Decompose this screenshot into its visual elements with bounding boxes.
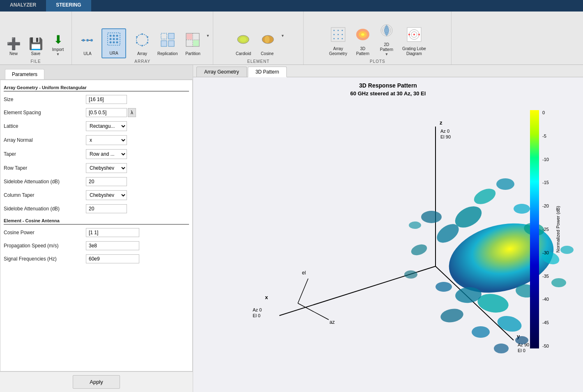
svg-point-42 <box>337 38 339 39</box>
ribbon-plots-group: Array Geometry 3D Pattern <box>304 12 452 65</box>
size-label: Size <box>4 97 86 102</box>
sidelobe-col-input[interactable] <box>86 204 127 213</box>
apply-button[interactable]: Apply <box>73 375 120 389</box>
array-button[interactable]: Array <box>131 30 153 58</box>
new-button[interactable]: ➕ New <box>3 35 24 58</box>
parameters-tab[interactable]: Parameters <box>5 69 44 79</box>
signal-freq-label: Signal Frequencies (Hz) <box>4 256 86 262</box>
import-button[interactable]: ⬇ Import ▼ <box>48 31 68 58</box>
el90-label: El 90 <box>440 134 451 139</box>
colorbar-label-15: -15 <box>542 180 549 185</box>
cosine-power-input[interactable] <box>86 228 139 237</box>
pattern-3d-button[interactable]: 3D Pattern <box>352 24 374 58</box>
cosine-power-label: Cosine Power <box>4 230 86 235</box>
array-group-label: ARRAY <box>134 58 150 64</box>
2d-dropdown[interactable]: ▼ <box>385 52 388 56</box>
svg-rect-22 <box>168 33 174 39</box>
save-icon: 💾 <box>29 37 43 51</box>
cosine-button[interactable]: Cosine <box>256 29 278 58</box>
column-taper-select[interactable]: Chebyshev <box>86 190 127 200</box>
size-input[interactable] <box>86 95 127 104</box>
save-button[interactable]: 💾 Save <box>25 35 46 58</box>
tab-array-geometry[interactable]: Array Geometry <box>196 67 247 77</box>
pattern-2d-icon <box>378 22 395 42</box>
plots-group-label: PLOTS <box>370 58 385 64</box>
prop-speed-label: Propagation Speed (m/s) <box>4 243 86 249</box>
svg-point-64 <box>496 178 514 190</box>
tab-3d-pattern[interactable]: 3D Pattern <box>248 67 287 77</box>
replication-button[interactable]: Replication <box>154 30 180 58</box>
x-axis-label: x <box>265 294 268 300</box>
import-dropdown[interactable]: ▼ <box>56 52 60 56</box>
ula-icon <box>79 32 96 51</box>
grating-lobe-icon <box>406 26 422 46</box>
az0-el0-label: Az 0 <box>253 307 262 312</box>
el0-label: El 0 <box>253 313 260 318</box>
colorbar-label-0: 0 <box>542 110 549 115</box>
column-taper-label: Column Taper <box>4 192 86 198</box>
pattern-2d-button[interactable]: 2D Pattern ▼ <box>376 20 398 58</box>
partition-icon <box>185 32 200 51</box>
ura-button[interactable]: URA <box>101 28 126 58</box>
pattern-3d-label: 3D Pattern <box>356 46 369 56</box>
svg-rect-28 <box>187 34 192 39</box>
element-spacing-row: Element Spacing λ <box>4 108 189 117</box>
svg-point-63 <box>472 186 498 208</box>
element-group-label: ELEMENT <box>247 58 270 64</box>
import-icon: ⬇ <box>53 33 63 46</box>
az-axis-label: az <box>330 319 335 325</box>
partition-label: Partition <box>185 51 200 56</box>
svg-point-31 <box>240 37 247 42</box>
sidelobe-row-input[interactable] <box>86 177 127 186</box>
svg-point-8 <box>110 38 112 40</box>
view-tabs: Array Geometry 3D Pattern <box>193 65 583 77</box>
cardioid-button[interactable]: Cardioid <box>232 29 254 58</box>
az0-el90-label: Az 0 <box>440 129 449 134</box>
taper-select[interactable]: Row and ... <box>86 149 127 159</box>
taper-row: Taper Row and ... <box>4 149 189 159</box>
svg-point-36 <box>337 30 339 31</box>
row-taper-select[interactable]: Chebyshev <box>86 163 127 173</box>
partition-button[interactable]: Partition <box>182 30 203 58</box>
svg-point-40 <box>341 34 343 35</box>
element-more-dropdown[interactable]: ▼ <box>281 34 284 38</box>
colorbar-label-30: -30 <box>542 250 549 255</box>
svg-point-15 <box>141 33 143 35</box>
chart-title: 3D Response Pattern <box>193 77 583 90</box>
prop-speed-input[interactable] <box>86 241 139 250</box>
signal-freq-input[interactable] <box>86 254 139 263</box>
svg-point-20 <box>136 36 138 38</box>
ura-icon <box>106 31 122 50</box>
grating-lobe-button[interactable]: Grating Lobe Diagram <box>399 24 429 58</box>
tab-steering[interactable]: STEERING <box>46 0 91 12</box>
svg-point-53 <box>413 34 415 35</box>
array-normal-select[interactable]: x <box>86 135 127 145</box>
signal-freq-row: Signal Frequencies (Hz) <box>4 254 189 263</box>
ura-label: URA <box>109 51 118 56</box>
element-section: Element - Cosine Antenna <box>4 218 189 225</box>
prop-speed-row: Propagation Speed (m/s) <box>4 241 189 250</box>
svg-point-1 <box>82 39 85 42</box>
array-more-dropdown[interactable]: ▼ <box>206 34 210 38</box>
svg-line-58 <box>298 279 308 303</box>
svg-point-39 <box>337 34 339 35</box>
ula-button[interactable]: ULA <box>75 30 100 58</box>
svg-point-2 <box>86 39 89 42</box>
cosine-power-row: Cosine Power <box>4 228 189 237</box>
right-panel: Array Geometry 3D Pattern 3D Response Pa… <box>193 65 583 392</box>
svg-point-70 <box>495 314 523 334</box>
svg-point-17 <box>147 42 148 44</box>
colorbar-label-45: -45 <box>542 320 549 325</box>
new-label: New <box>9 51 18 56</box>
array-geometry-plot-button[interactable]: Array Geometry <box>326 24 350 58</box>
sidelobe-row-row: Sidelobe Attenuation (dB) <box>4 177 189 186</box>
svg-point-11 <box>110 42 112 44</box>
svg-line-59 <box>298 303 329 320</box>
colorbar-label-35: -35 <box>542 274 549 279</box>
svg-point-43 <box>341 38 343 39</box>
lattice-select[interactable]: Rectangu... <box>86 121 127 131</box>
svg-point-10 <box>116 38 118 40</box>
element-spacing-input[interactable] <box>86 108 127 117</box>
tab-analyzer[interactable]: ANALYZER <box>0 0 46 12</box>
column-taper-row: Column Taper Chebyshev <box>4 190 189 200</box>
